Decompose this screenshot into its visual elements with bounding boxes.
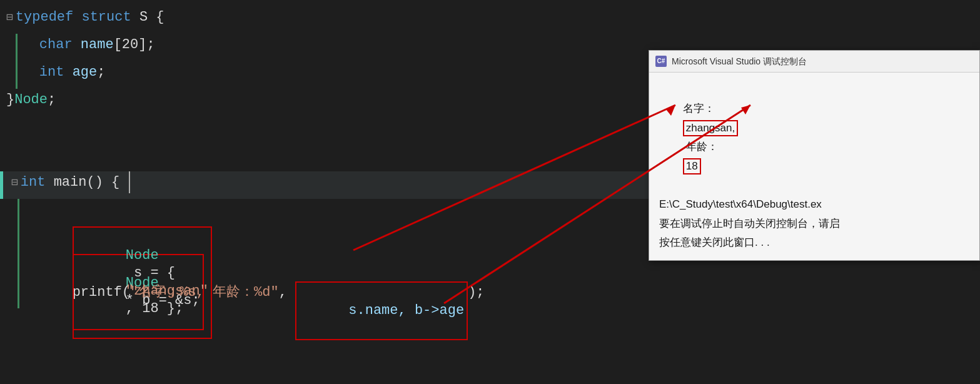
type-node: Node [14, 89, 48, 111]
console-line-2: E:\C_Study\test\x64\Debug\test.ex [659, 195, 969, 215]
keyword-typedef: typedef [16, 6, 73, 28]
console-age-highlight: 18 [683, 158, 701, 174]
code-box-args: s.name, b->age [295, 281, 468, 340]
code-line-1: ⊟ typedef struct S { [0, 6, 980, 34]
code-editor: ⊟ typedef struct S { char name [20]; int… [0, 0, 980, 384]
collapse-icon-main[interactable]: ⊟ [11, 174, 18, 192]
fn-main: main [54, 171, 87, 193]
console-line-4: 按任意键关闭此窗口. . . [659, 233, 969, 253]
field-name: name [81, 34, 114, 56]
keyword-struct: struct [81, 6, 131, 28]
field-age: age [73, 61, 98, 83]
console-panel: C# Microsoft Visual Studio 调试控制台 名字： zha… [649, 50, 980, 261]
keyword-int-main: int [21, 171, 46, 193]
vs-icon: C# [655, 56, 667, 67]
console-line-3: 要在调试停止时自动关闭控制台，请启 [659, 215, 969, 234]
keyword-int-age: int [39, 61, 64, 83]
console-body: 名字： zhangsan, 年龄： 18 E:\C_Study\test\x64… [649, 73, 979, 260]
code-box-node-s: Node s = { "zhangsan" , 18 }; [73, 226, 212, 339]
collapse-icon-struct[interactable]: ⊟ [6, 9, 13, 27]
console-titlebar: C# Microsoft Visual Studio 调试控制台 [649, 51, 979, 73]
console-line-1: 名字： zhangsan, 年龄： 18 [659, 80, 969, 195]
console-name-highlight: zhangsan, [683, 120, 738, 136]
console-title: Microsoft Visual Studio 调试控制台 [672, 54, 807, 68]
keyword-char: char [39, 34, 73, 56]
